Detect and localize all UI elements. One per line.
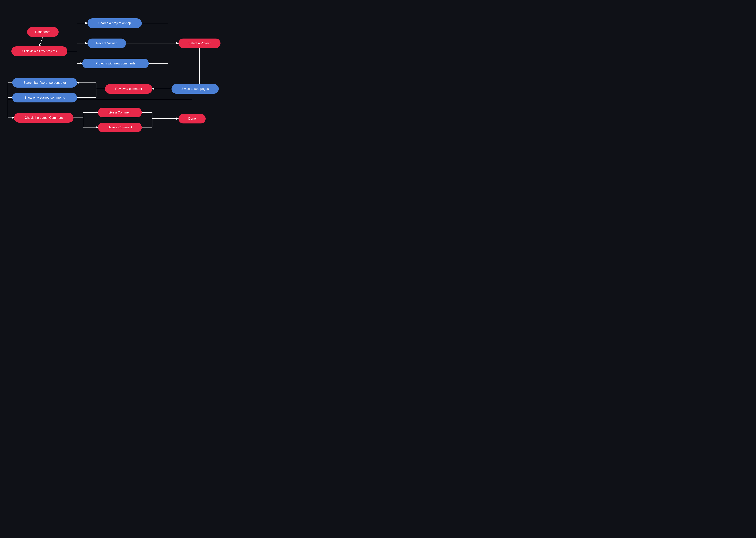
swipe-pages-node: Swipe to see pages: [171, 84, 219, 94]
check-latest-node: Check the Latest Comment: [14, 113, 73, 123]
show-starred-node: Show only starred comments: [12, 93, 77, 102]
projects-new-comments-node: Projects with new comments: [82, 59, 149, 68]
click-view-node: Click view all my projects: [11, 46, 68, 56]
save-comment-node: Save a Comment: [98, 123, 142, 132]
review-comment-node: Review a comment: [105, 84, 152, 94]
recent-viewed-node: Recent Viewed: [87, 38, 126, 48]
svg-line-0: [39, 37, 43, 46]
search-bar-node: Search bar (word, person, etc): [12, 78, 77, 87]
done-node: Done: [178, 114, 206, 124]
select-project-node: Select a Project: [178, 38, 220, 48]
search-project-node: Search a project on top: [87, 19, 142, 28]
like-comment-node: Like a Comment: [98, 108, 142, 117]
dashboard-node: Dashboard: [27, 27, 59, 37]
diagram: Dashboard Click view all my projects Sea…: [0, 0, 231, 136]
